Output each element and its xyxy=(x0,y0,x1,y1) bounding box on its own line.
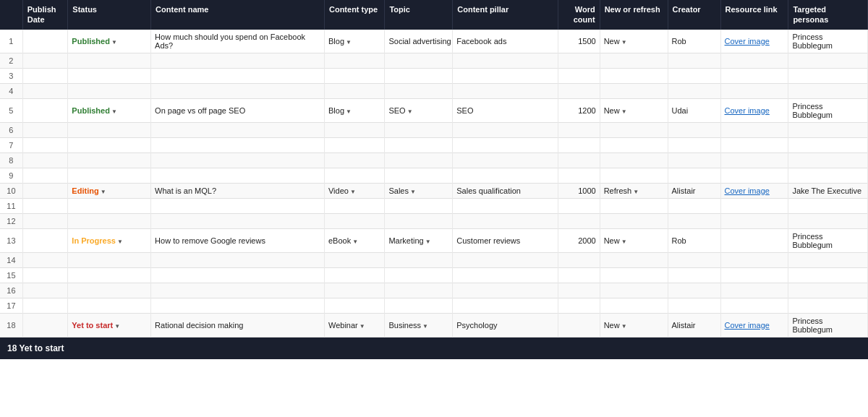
row-num: 1 xyxy=(0,30,22,53)
row-content-name: How much should you spend on Facebook Ad… xyxy=(151,30,325,53)
cover-image-link[interactable]: Cover image xyxy=(725,321,770,330)
row-date xyxy=(22,198,68,213)
table-row: 17 xyxy=(0,298,868,313)
row-content-type xyxy=(324,168,384,183)
status-dropdown-arrow[interactable]: ▼ xyxy=(101,189,106,195)
row-content-pillar xyxy=(453,53,558,68)
row-status xyxy=(68,283,151,298)
row-content-name: Rational decision making xyxy=(151,313,325,337)
table-row: 2 xyxy=(0,53,868,68)
topic-dropdown-arrow[interactable]: ▼ xyxy=(425,238,431,245)
row-new-or-refresh: New ▼ xyxy=(600,98,668,122)
topic-dropdown-arrow[interactable]: ▼ xyxy=(410,189,416,195)
row-new-or-refresh xyxy=(600,137,668,152)
table-row: 12 xyxy=(0,213,868,228)
row-content-pillar xyxy=(453,137,558,152)
row-targeted-personas xyxy=(788,283,868,298)
nor-dropdown-arrow[interactable]: ▼ xyxy=(621,238,627,245)
row-word-count xyxy=(558,137,600,152)
row-new-or-refresh xyxy=(600,298,668,313)
row-content-pillar xyxy=(453,83,558,98)
row-num: 9 xyxy=(0,168,22,183)
header-creator: Creator xyxy=(668,0,720,30)
nor-dropdown-arrow[interactable]: ▼ xyxy=(621,323,627,330)
header-status: Status xyxy=(68,0,151,30)
row-word-count xyxy=(558,198,600,213)
row-num: 12 xyxy=(0,213,22,228)
row-num: 13 xyxy=(0,228,22,252)
row-new-or-refresh xyxy=(600,122,668,137)
row-creator xyxy=(668,152,720,168)
type-dropdown-arrow[interactable]: ▼ xyxy=(352,238,358,245)
row-resource-link xyxy=(720,198,788,213)
cover-image-link[interactable]: Cover image xyxy=(725,37,770,46)
type-dropdown-arrow[interactable]: ▼ xyxy=(359,323,365,330)
row-topic xyxy=(385,267,453,283)
row-content-name xyxy=(151,137,325,152)
row-status: Yet to start ▼ xyxy=(68,313,151,337)
nor-dropdown-arrow[interactable]: ▼ xyxy=(633,189,639,195)
row-content-name xyxy=(151,213,325,228)
header-type: Content type xyxy=(324,0,384,30)
row-targeted-personas xyxy=(788,83,868,98)
row-new-or-refresh xyxy=(600,213,668,228)
row-content-pillar xyxy=(453,152,558,168)
row-status xyxy=(68,68,151,83)
row-creator: Alistair xyxy=(668,183,720,198)
row-word-count xyxy=(558,83,600,98)
status-dropdown-arrow[interactable]: ▼ xyxy=(111,108,117,115)
row-status xyxy=(68,83,151,98)
row-content-type xyxy=(324,267,384,283)
header-reslink: Resource link xyxy=(720,0,788,30)
cover-image-link[interactable]: Cover image xyxy=(725,106,770,115)
row-creator: Udai xyxy=(668,98,720,122)
topic-dropdown-arrow[interactable]: ▼ xyxy=(422,323,428,330)
row-creator xyxy=(668,298,720,313)
row-creator xyxy=(668,53,720,68)
row-topic xyxy=(385,83,453,98)
type-dropdown-arrow[interactable]: ▼ xyxy=(346,108,352,115)
row-date xyxy=(22,213,68,228)
row-content-type xyxy=(324,213,384,228)
row-content-type xyxy=(324,137,384,152)
row-status xyxy=(68,213,151,228)
row-content-pillar: Facebook ads xyxy=(453,30,558,53)
row-num: 16 xyxy=(0,283,22,298)
row-content-pillar: Sales qualification xyxy=(453,183,558,198)
row-creator xyxy=(668,267,720,283)
row-num: 17 xyxy=(0,298,22,313)
status-badge: Editing xyxy=(72,186,98,195)
row-resource-link: Cover image xyxy=(720,98,788,122)
status-badge: In Progress xyxy=(72,236,116,245)
row-date xyxy=(22,283,68,298)
table-row: 7 xyxy=(0,137,868,152)
row-new-or-refresh: Refresh ▼ xyxy=(600,183,668,198)
row-targeted-personas xyxy=(788,298,868,313)
topic-dropdown-arrow[interactable]: ▼ xyxy=(407,108,413,115)
nor-dropdown-arrow[interactable]: ▼ xyxy=(621,39,627,46)
row-word-count xyxy=(558,122,600,137)
row-date xyxy=(22,252,68,267)
row-new-or-refresh xyxy=(600,83,668,98)
row-targeted-personas xyxy=(788,68,868,83)
nor-dropdown-arrow[interactable]: ▼ xyxy=(621,108,627,115)
row-creator xyxy=(668,213,720,228)
header-wc: Word count xyxy=(558,0,600,30)
row-new-or-refresh: New ▼ xyxy=(600,228,668,252)
row-topic xyxy=(385,152,453,168)
row-resource-link xyxy=(720,122,788,137)
status-dropdown-arrow[interactable]: ▼ xyxy=(114,323,120,330)
row-resource-link: Cover image xyxy=(720,313,788,337)
row-word-count: 1500 xyxy=(558,30,600,53)
table-row: 5Published ▼On page vs off page SEOBlog … xyxy=(0,98,868,122)
row-resource-link xyxy=(720,267,788,283)
cover-image-link[interactable]: Cover image xyxy=(725,186,770,195)
row-targeted-personas: Princess Bubblegum xyxy=(788,98,868,122)
status-dropdown-arrow[interactable]: ▼ xyxy=(111,39,117,46)
row-content-type xyxy=(324,68,384,83)
row-num: 11 xyxy=(0,198,22,213)
type-dropdown-arrow[interactable]: ▼ xyxy=(346,39,352,46)
status-dropdown-arrow[interactable]: ▼ xyxy=(117,238,123,245)
row-targeted-personas: Princess Bubblegum xyxy=(788,30,868,53)
type-dropdown-arrow[interactable]: ▼ xyxy=(350,189,356,195)
